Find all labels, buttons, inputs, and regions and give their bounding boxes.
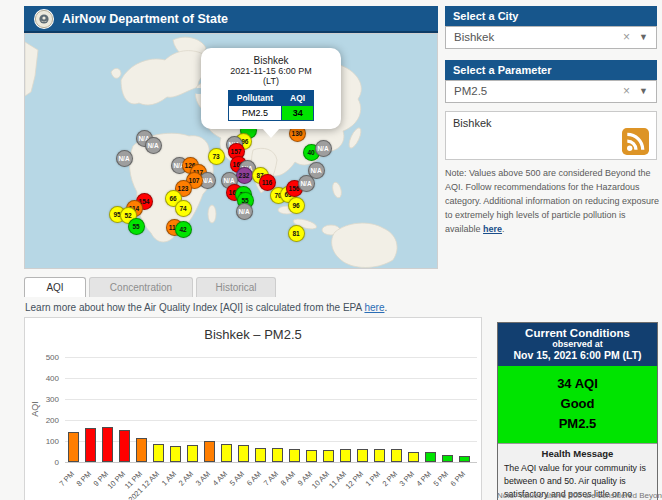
city-caret-icon[interactable]: ▼ (639, 27, 648, 48)
chart-bar (187, 445, 198, 462)
app-title: AirNow Department of State (62, 12, 228, 26)
chart-bar (204, 441, 215, 462)
chart-bar (153, 444, 164, 462)
chart-bar (136, 438, 147, 462)
cc-observed-time: Nov 15, 2021 6:00 PM (LT) (500, 349, 655, 361)
parameter-clear-icon[interactable]: × (623, 81, 630, 102)
map-marker[interactable]: 232 (236, 167, 253, 184)
chart-bar (68, 432, 79, 462)
chart-bar (170, 446, 181, 462)
map-marker[interactable]: 42 (175, 221, 192, 238)
view-tabs: AQIConcentrationHistorical (24, 277, 276, 297)
chart-gridline (65, 399, 477, 400)
chart-bar (323, 450, 334, 462)
chart-y-tick: 200 (27, 416, 59, 425)
popup-col-aqi: AQI (282, 91, 314, 106)
learn-more-text: Learn more about how the Air Quality Ind… (25, 302, 387, 313)
epa-link[interactable]: here (364, 302, 384, 313)
tab-historical[interactable]: Historical (196, 277, 276, 297)
cc-aqi-value: 34 AQI (498, 374, 657, 394)
chart-gridline (65, 357, 477, 358)
rss-box: Bishkek (445, 111, 657, 160)
parameter-select[interactable]: PM2.5 × ▼ (445, 80, 657, 103)
sidebar-note-link[interactable]: here (483, 224, 502, 234)
chart-bar (442, 455, 453, 462)
cc-pollutant: PM2.5 (498, 414, 657, 434)
map-marker[interactable]: 81 (288, 225, 305, 242)
cc-health-title: Health Message (504, 448, 651, 459)
app-header: AirNow Department of State (24, 6, 438, 33)
map-marker[interactable]: N/A (145, 137, 162, 154)
popup-datetime: 2021-11-15 6:00 PM (206, 66, 336, 76)
chart-y-tick: 0 (27, 458, 59, 467)
select-parameter-header: Select a Parameter (445, 60, 657, 80)
city-clear-icon[interactable]: × (623, 27, 630, 48)
cc-category: Good (498, 394, 657, 414)
chart-bar (357, 449, 368, 462)
current-conditions-header: Current Conditions observed at Nov 15, 2… (498, 323, 657, 366)
chart-bar (425, 452, 436, 462)
tab-aqi[interactable]: AQI (24, 277, 86, 297)
chart-y-tick: 100 (27, 437, 59, 446)
popup-city: Bishkek (206, 55, 336, 66)
popup-timezone: (LT) (206, 76, 336, 86)
map-marker[interactable]: 73 (208, 148, 225, 165)
popup-col-pollutant: Pollutant (228, 91, 281, 106)
chart-y-tick: 400 (27, 374, 59, 383)
chart-bar (85, 428, 96, 462)
map-marker[interactable]: 74 (175, 200, 192, 217)
rss-icon[interactable] (622, 128, 649, 155)
map-marker[interactable]: N/A (116, 150, 133, 167)
chart-gridline (65, 420, 477, 421)
map-marker[interactable]: 55 (128, 218, 145, 235)
city-select[interactable]: Bishkek × ▼ (445, 26, 657, 49)
chart-bar (102, 427, 113, 462)
chart-bar (255, 448, 266, 462)
chart-bar (238, 445, 249, 462)
chart-gridline (65, 462, 477, 463)
popup-arrow (262, 128, 280, 138)
chart-bar (272, 448, 283, 462)
map-marker[interactable]: N/A (315, 140, 332, 157)
aqi-chart: Bishkek – PM2.5 AQI 50040030020010007 PM… (24, 317, 482, 500)
select-city-header: Select a City (445, 6, 657, 26)
state-seal-icon (34, 9, 54, 29)
chart-bar (221, 444, 232, 462)
cc-aqi-block: 34 AQI Good PM2.5 (498, 366, 657, 443)
popup-aqi-value: 34 (282, 106, 314, 121)
chart-bar (408, 452, 419, 463)
sidebar-note: Note: Values above 500 are considered Be… (445, 167, 659, 237)
chart-bar (374, 449, 385, 462)
map-marker[interactable]: N/A (298, 175, 315, 192)
cc-title: Current Conditions (500, 327, 655, 339)
chart-y-tick: 500 (27, 353, 59, 362)
chart-bar (119, 430, 130, 462)
world-map[interactable]: N/AN/AN/AN/A126117N/A1071236674154114955… (24, 33, 438, 269)
rss-city-label: Bishkek (453, 117, 492, 129)
parameter-select-value: PM2.5 (454, 85, 487, 97)
chart-bar (306, 450, 317, 462)
tab-concentration[interactable]: Concentration (89, 277, 193, 297)
chart-title: Bishkek – PM2.5 (25, 327, 481, 342)
parameter-caret-icon[interactable]: ▼ (639, 81, 648, 102)
chart-y-tick: 300 (27, 395, 59, 404)
map-popup: Bishkek 2021-11-15 6:00 PM (LT) Pollutan… (201, 48, 341, 129)
cc-observed-label: observed at (500, 339, 655, 349)
chart-bar (289, 449, 300, 462)
chart-gridline (65, 378, 477, 379)
cc-bottom-note: Note: Values above 500 are considered Be… (497, 491, 662, 500)
map-marker[interactable]: 96 (288, 197, 305, 214)
chart-bar (459, 456, 470, 462)
current-conditions-panel: Current Conditions observed at Nov 15, 2… (497, 322, 658, 500)
city-select-value: Bishkek (454, 31, 494, 43)
popup-pollutant: PM2.5 (228, 106, 281, 121)
chart-bar (340, 449, 351, 462)
map-marker[interactable]: N/A (236, 203, 253, 220)
chart-bar (391, 449, 402, 462)
popup-table: Pollutant AQI PM2.5 34 (228, 90, 314, 121)
